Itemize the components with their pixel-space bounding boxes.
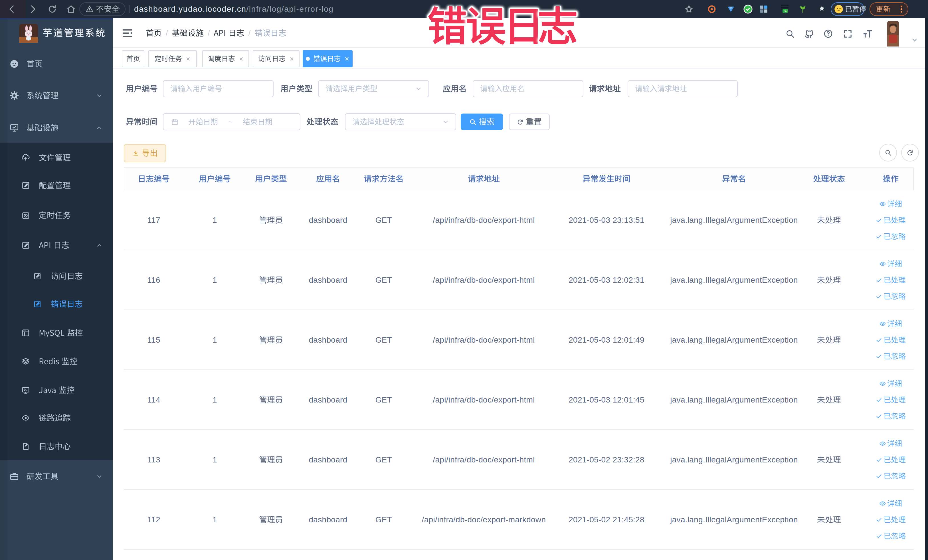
svg-text:on: on bbox=[784, 10, 786, 12]
